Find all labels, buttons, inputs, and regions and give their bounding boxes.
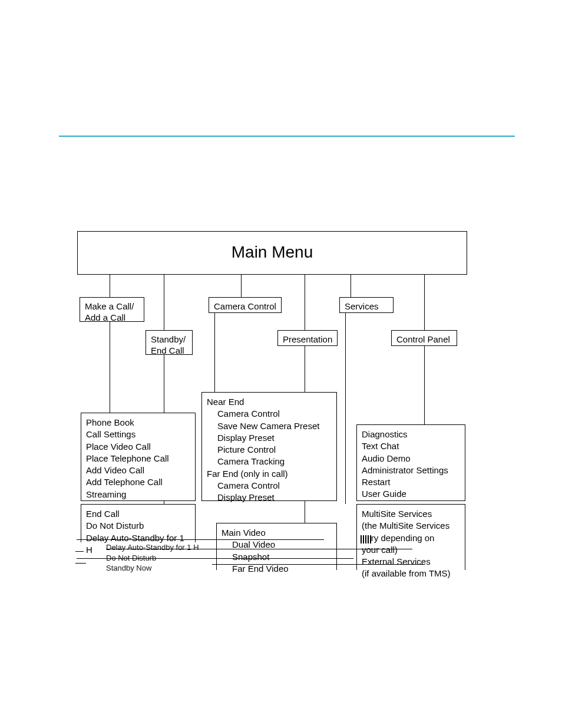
garbled-line: Do Not Disturb (106, 553, 199, 564)
list-item: Call Settings (86, 429, 190, 440)
list-item: Picture Control (217, 444, 332, 456)
connector (164, 275, 164, 330)
standby-endcall-label: Standby/ End Call (146, 331, 192, 360)
list-item: Camera Control (217, 480, 332, 492)
make-call-box: Make a Call/ Add a Call (80, 297, 144, 322)
standby-items-box: End Call Do Not Disturb Delay Auto-Stand… (81, 504, 196, 542)
connector (345, 313, 346, 504)
camera-control-label: Camera Control (209, 298, 281, 316)
garbled-overlay: Delay Auto-Standby for 1 H Do Not Distur… (106, 542, 199, 574)
connector (351, 275, 351, 297)
presentation-items-list: Main Video Dual Video Snapshot Far End V… (217, 523, 336, 578)
list-item: Display Preset (217, 432, 332, 444)
list-item: (the MultiSite Services (362, 520, 460, 532)
connector (110, 275, 110, 297)
list-item: Streaming (86, 489, 190, 500)
make-call-label: Make a Call/ Add a Call (80, 298, 144, 327)
connector (424, 346, 425, 424)
noise-mark (75, 551, 84, 552)
call-items-list: Phone Book Call Settings Place Video Cal… (81, 413, 195, 504)
control-panel-items-list: Diagnostics Text Chat Audio Demo Adminis… (357, 425, 465, 504)
list-item: Diagnostics (362, 429, 460, 440)
list-item: Place Telephone Call (86, 453, 190, 465)
list-item: Audio Demo (362, 453, 460, 465)
connector (305, 275, 305, 330)
page-root: Main Menu Make a Call/ Add a Call Standb… (0, 0, 562, 728)
list-item: Dual Video (232, 539, 332, 551)
list-item: your call) (362, 544, 460, 556)
services-label: Services (340, 298, 393, 316)
main-menu-title: Main Menu (77, 243, 467, 262)
list-item: End Call (86, 508, 190, 520)
camera-control-box: Camera Control (209, 297, 282, 313)
camera-items-box: Near End Camera Control Save New Camera … (201, 392, 337, 501)
connector (110, 322, 110, 413)
list-item: Save New Camera Preset (217, 420, 332, 432)
connector (241, 275, 242, 297)
main-video-header: Main Video (222, 527, 332, 539)
list-item: Place Video Call (86, 441, 190, 453)
services-box: Services (339, 297, 394, 313)
far-end-header: Far End (only in call) (207, 468, 332, 480)
list-item: Restart (362, 476, 460, 488)
list-item: Add Telephone Call (86, 476, 190, 488)
list-item: (if available from TMS) (362, 568, 460, 579)
list-item: MultiSite Services (362, 508, 460, 520)
presentation-items-box: Main Video Dual Video Snapshot Far End V… (216, 523, 337, 570)
control-panel-box: Control Panel (391, 330, 457, 346)
list-item: Do Not Disturb (86, 520, 190, 532)
camera-items-list: Near End Camera Control Save New Camera … (202, 393, 336, 507)
list-item: Text Chat (362, 440, 460, 452)
noise-mark (75, 563, 86, 564)
list-item: Display Preset (217, 492, 332, 503)
list-item: vary depending on (362, 532, 460, 544)
garbled-line: Delay Auto-Standby for 1 H (106, 542, 199, 553)
top-horizontal-rule (59, 136, 515, 137)
connector (214, 313, 215, 392)
list-item: Phone Book (86, 417, 190, 429)
list-item: Add Video Call (86, 465, 190, 476)
list-item: Camera Control (217, 408, 332, 420)
list-item: Snapshot (232, 551, 332, 563)
list-item: Far End Video (232, 563, 332, 575)
list-item: Camera Tracking (217, 456, 332, 467)
control-panel-items-box: Diagnostics Text Chat Audio Demo Adminis… (356, 424, 465, 501)
multisite-services-box: MultiSite Services (the MultiSite Servic… (356, 504, 465, 570)
list-item: Administrator Settings (362, 465, 460, 476)
multisite-services-list: MultiSite Services (the MultiSite Servic… (357, 505, 465, 584)
noise-bars (361, 535, 371, 543)
presentation-box: Presentation (277, 330, 338, 346)
list-item: User Guide (362, 488, 460, 500)
call-items-box: Phone Book Call Settings Place Video Cal… (81, 413, 196, 501)
garbled-line: Standby Now (106, 563, 199, 574)
presentation-label: Presentation (278, 331, 337, 349)
connector (424, 275, 425, 330)
near-end-header: Near End (207, 396, 332, 408)
list-item: External Services (362, 556, 460, 568)
standby-endcall-box: Standby/ End Call (146, 330, 193, 355)
